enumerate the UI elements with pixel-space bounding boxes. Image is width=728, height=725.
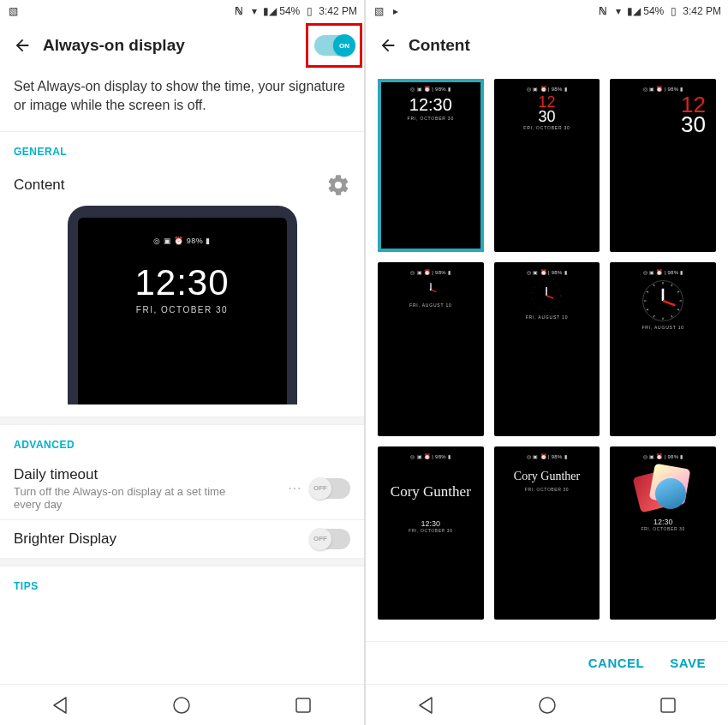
clock-text: 3:42 PM: [319, 5, 357, 17]
divider: [0, 558, 364, 566]
nav-back-icon[interactable]: [51, 695, 71, 716]
svg-line-7: [546, 296, 553, 298]
aod-preview: ◎ ▣ ⏰ 98% ▮ 12:30 FRI, OCTOBER 30: [0, 206, 364, 416]
nfc-icon: ℕ: [597, 5, 609, 17]
gear-icon[interactable]: [326, 173, 350, 197]
aod-master-toggle[interactable]: [314, 35, 354, 56]
header: Content: [366, 22, 728, 69]
svg-line-17: [647, 309, 648, 310]
divider: [0, 416, 364, 425]
style-thumb-2[interactable]: ◎ ▣ ⏰ | 98% ▮1230: [610, 79, 716, 252]
style-thumb-6[interactable]: ◎ ▣ ⏰ | 98% ▮Cory Gunther12:30FRI, OCTOB…: [378, 446, 484, 620]
battery-text: 54%: [279, 5, 300, 17]
nav-home-icon[interactable]: [171, 695, 192, 716]
nav-bar: [0, 684, 364, 725]
svg-rect-1: [296, 698, 310, 712]
daily-timeout-row[interactable]: Daily timeout Turn off the Always-on dis…: [0, 458, 364, 519]
svg-line-10: [671, 285, 672, 286]
svg-point-0: [174, 698, 189, 713]
style-thumb-1[interactable]: ◎ ▣ ⏰ | 98% ▮1230FRI, OCTOBER 30: [494, 79, 600, 252]
svg-line-22: [663, 301, 675, 305]
header: Always-on display: [0, 22, 364, 69]
svg-rect-24: [661, 698, 675, 712]
style-thumb-8[interactable]: ◎ ▣ ⏰ | 98% ▮12:30FRI, OCTOBER 30: [610, 446, 716, 620]
style-thumb-3[interactable]: ◎ ▣ ⏰ | 98% ▮FRI, AUGUST 10: [378, 262, 484, 435]
svg-line-4: [431, 290, 437, 292]
more-icon[interactable]: ⋯: [285, 480, 304, 496]
preview-time: 12:30: [78, 262, 287, 303]
content-label: Content: [14, 177, 326, 194]
picture-icon: ▧: [373, 5, 385, 17]
status-bar: ▧ ▸ ℕ ▾ ▮◢ 54% ▯ 3:42 PM: [366, 0, 728, 22]
daily-timeout-toggle[interactable]: [311, 478, 350, 499]
nav-recent-icon[interactable]: [293, 695, 313, 716]
style-grid: ◎ ▣ ⏰ | 98% ▮12:30FRI, OCTOBER 30◎ ▣ ⏰ |…: [378, 79, 716, 620]
section-general: GENERAL: [0, 132, 364, 165]
brighter-display-row[interactable]: Brighter Display: [0, 520, 364, 558]
back-button[interactable]: [376, 33, 400, 57]
section-tips: TIPS: [0, 566, 364, 599]
brighter-title: Brighter Display: [14, 530, 311, 548]
cancel-button[interactable]: CANCEL: [588, 656, 645, 670]
page-title: Content: [409, 36, 470, 55]
description: Set Always-on display to show the time, …: [0, 69, 364, 132]
nfc-icon: ℕ: [233, 5, 245, 17]
style-thumb-5[interactable]: ◎ ▣ ⏰ | 98% ▮FRI, AUGUST 10: [610, 262, 716, 435]
back-button[interactable]: [10, 33, 34, 57]
daily-timeout-title: Daily timeout: [14, 466, 285, 483]
clock-text: 3:42 PM: [683, 5, 721, 17]
svg-line-20: [653, 285, 654, 286]
style-thumb-7[interactable]: ◎ ▣ ⏰ | 98% ▮Cory GuntherFRI, OCTOBER 30: [494, 446, 600, 620]
battery-icon: ▯: [303, 5, 315, 17]
daily-timeout-sub: Turn off the Always-on display at a set …: [14, 485, 236, 511]
signal-icon: ▮◢: [628, 5, 640, 17]
nav-back-icon[interactable]: [416, 695, 437, 716]
preview-date: FRI, OCTOBER 30: [78, 305, 287, 315]
play-icon: ▸: [390, 5, 402, 17]
wifi-icon: ▾: [248, 5, 260, 17]
signal-icon: ▮◢: [264, 5, 276, 17]
svg-line-11: [677, 291, 679, 292]
svg-line-16: [653, 315, 654, 317]
nav-recent-icon[interactable]: [658, 695, 678, 716]
section-advanced: ADVANCED: [0, 425, 364, 458]
brighter-toggle[interactable]: [311, 529, 350, 549]
svg-line-14: [671, 315, 672, 317]
content-row[interactable]: Content: [0, 165, 364, 206]
svg-line-13: [677, 309, 679, 310]
preview-status: ◎ ▣ ⏰ 98% ▮: [78, 218, 287, 245]
style-thumb-4[interactable]: ◎ ▣ ⏰ | 98% ▮FRI, AUGUST 10: [494, 262, 600, 435]
svg-line-19: [647, 291, 648, 292]
save-button[interactable]: SAVE: [670, 656, 706, 670]
page-title: Always-on display: [43, 36, 185, 55]
wifi-icon: ▾: [612, 5, 624, 17]
settings-screen: ▧ ℕ ▾ ▮◢ 54% ▯ 3:42 PM Always-on display…: [0, 0, 364, 725]
nav-bar: [366, 684, 728, 725]
battery-text: 54%: [643, 5, 664, 17]
status-bar: ▧ ℕ ▾ ▮◢ 54% ▯ 3:42 PM: [0, 0, 364, 22]
picture-icon: ▧: [7, 5, 19, 17]
style-thumb-0[interactable]: ◎ ▣ ⏰ | 98% ▮12:30FRI, OCTOBER 30: [378, 79, 484, 252]
action-bar: CANCEL SAVE: [366, 641, 728, 684]
content-picker-screen: ▧ ▸ ℕ ▾ ▮◢ 54% ▯ 3:42 PM Content ◎ ▣ ⏰ |…: [364, 0, 728, 725]
battery-icon: ▯: [667, 5, 679, 17]
svg-point-23: [540, 698, 555, 713]
nav-home-icon[interactable]: [537, 695, 558, 716]
